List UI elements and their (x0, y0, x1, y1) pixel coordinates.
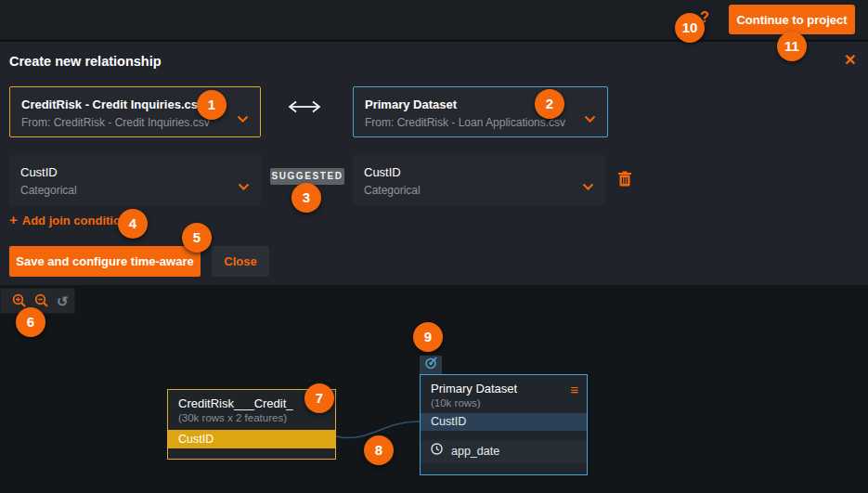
right-key-name: CustID (364, 165, 401, 179)
graph-node-primary-dataset[interactable]: Primary Dataset (10k rows) ≡ CustID app_… (420, 374, 588, 475)
node-subtitle: (30k rows x 2 features) (178, 412, 326, 423)
bidirectional-arrow-icon (285, 100, 324, 117)
target-icon (424, 357, 437, 373)
left-dataset-title: CreditRisk - Credit Inquiries.csv (21, 97, 204, 111)
clock-icon (431, 440, 443, 463)
app-screen: ? Continue to project Create new relatio… (0, 0, 868, 493)
plus-icon: + (9, 212, 18, 227)
chevron-down-icon (237, 110, 249, 126)
left-key-type: Categorical (20, 184, 77, 197)
annotation-badge-10: 10 (675, 13, 705, 43)
chevron-down-icon (238, 177, 250, 194)
right-key-type: Categorical (364, 184, 421, 197)
node-subtitle: (10k rows) (431, 397, 577, 409)
annotation-badge-8: 8 (364, 435, 394, 465)
add-join-label: Add join condition (22, 214, 128, 227)
save-configure-time-aware-button[interactable]: Save and configure time-aware (9, 246, 201, 277)
annotation-badge-1: 1 (197, 90, 227, 120)
annotation-badge-2: 2 (535, 89, 564, 119)
right-dataset-source: From: CreditRisk - Loan Applications.csv (365, 116, 565, 129)
chevron-down-icon (584, 110, 596, 126)
node-key-row[interactable]: CustID (168, 430, 335, 448)
delete-join-icon[interactable] (617, 171, 632, 191)
primary-dataset-tab (420, 356, 442, 374)
add-join-condition-link[interactable]: +Add join condition (9, 212, 128, 227)
continue-to-project-button[interactable]: Continue to project (729, 5, 855, 34)
annotation-badge-3: 3 (291, 183, 321, 213)
left-join-key-dropdown[interactable]: CustID Categorical (9, 155, 261, 206)
node-header: Primary Dataset (10k rows) ≡ (421, 375, 587, 413)
create-relationship-panel: Create new relationship ✕ CreditRisk - C… (0, 42, 868, 285)
close-button[interactable]: Close (212, 246, 269, 277)
node-key-row[interactable]: CustID (421, 413, 587, 431)
annotation-badge-5: 5 (182, 223, 212, 253)
annotation-badge-9: 9 (413, 322, 443, 352)
annotation-badge-4: 4 (118, 209, 148, 239)
right-dataset-dropdown[interactable]: Primary Dataset From: CreditRisk - Loan … (353, 86, 608, 137)
node-date-row[interactable]: app_date (421, 440, 587, 463)
node-menu-icon[interactable]: ≡ (570, 383, 578, 396)
annotation-badge-11: 11 (777, 32, 807, 61)
node-title: Primary Dataset (431, 382, 577, 396)
relationship-graph-canvas: ↺ CreditRisk___Credit_ (30k rows x 2 fea… (0, 285, 868, 493)
zoom-out-icon[interactable] (34, 293, 49, 308)
node-date-label: app_date (451, 440, 499, 463)
zoom-in-icon[interactable] (12, 293, 27, 308)
annotation-badge-7: 7 (304, 383, 334, 413)
panel-close-icon[interactable]: ✕ (844, 54, 856, 67)
right-dataset-title: Primary Dataset (365, 97, 457, 111)
left-key-name: CustID (20, 165, 58, 179)
zoom-reset-icon[interactable]: ↺ (57, 294, 69, 308)
top-bar: ? Continue to project (0, 0, 868, 41)
right-join-key-dropdown[interactable]: CustID Categorical (353, 155, 605, 206)
left-dataset-source: From: CreditRisk - Credit Inquiries.csv (21, 116, 210, 129)
annotation-badge-6: 6 (16, 307, 45, 337)
chevron-down-icon (582, 177, 594, 194)
panel-title: Create new relationship (9, 54, 162, 69)
